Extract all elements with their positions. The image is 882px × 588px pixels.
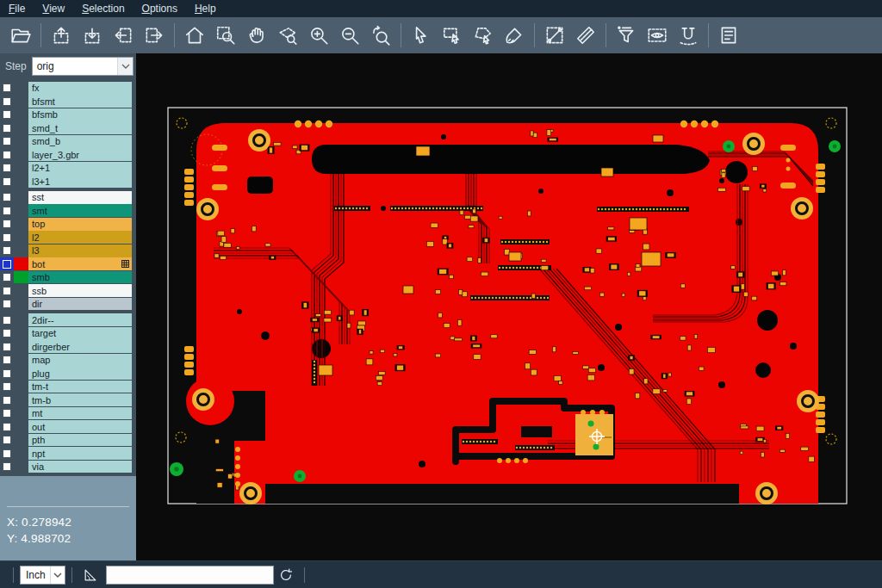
layer-label-fx[interactable]: fx xyxy=(28,82,132,95)
layer-checkbox-bfsmb[interactable] xyxy=(0,108,14,121)
layer-checkbox-dir[interactable] xyxy=(0,298,14,311)
layer-color-swatch[interactable] xyxy=(14,367,28,380)
layer-label-plug[interactable]: plug xyxy=(28,367,132,380)
layer-checkbox-l2+1[interactable] xyxy=(0,162,14,175)
layer-color-swatch[interactable] xyxy=(14,327,28,340)
menu-view[interactable]: View xyxy=(34,0,73,17)
layer-label-dir[interactable]: dir xyxy=(28,298,132,311)
layer-label-smb[interactable]: smb xyxy=(28,271,132,284)
layer-label-ssb[interactable]: ssb xyxy=(28,284,132,297)
layer-color-swatch[interactable] xyxy=(14,204,28,217)
import-up-button[interactable] xyxy=(46,20,77,51)
layer-label-sst[interactable]: sst xyxy=(28,191,132,204)
layer-color-swatch[interactable] xyxy=(14,148,28,161)
zoom-out-button[interactable] xyxy=(334,20,365,51)
layer-color-swatch[interactable] xyxy=(14,340,28,353)
layer-checkbox-smb[interactable] xyxy=(0,271,14,284)
menu-options[interactable]: Options xyxy=(134,0,186,17)
layer-checkbox-top[interactable] xyxy=(0,218,14,231)
layer-color-swatch[interactable] xyxy=(14,354,28,367)
refresh-button[interactable] xyxy=(274,563,298,587)
layer-color-swatch[interactable] xyxy=(14,231,28,244)
layer-checkbox-target[interactable] xyxy=(0,327,14,340)
layer-label-bfsmt[interactable]: bfsmt xyxy=(28,95,132,108)
zoom-in-button[interactable] xyxy=(303,20,334,51)
select-cursor-button[interactable] xyxy=(406,20,437,51)
layer-label-smd_b[interactable]: smd_b xyxy=(28,135,132,148)
layer-label-smd_t[interactable]: smd_t xyxy=(28,121,132,134)
ruler-button[interactable] xyxy=(570,20,601,51)
layer-checkbox-2dir--[interactable] xyxy=(0,313,14,326)
import-right-button[interactable] xyxy=(139,20,170,51)
layer-label-map[interactable]: map xyxy=(28,354,132,367)
layer-label-tm-t[interactable]: tm-t xyxy=(28,381,132,393)
layer-color-swatch[interactable] xyxy=(14,284,28,297)
layer-checkbox-ssb[interactable] xyxy=(0,284,14,297)
layer-checkbox-smt[interactable] xyxy=(0,204,14,217)
layer-label-pth[interactable]: pth xyxy=(28,434,132,447)
layer-checkbox-tm-t[interactable] xyxy=(0,381,14,393)
menu-help[interactable]: Help xyxy=(186,0,225,17)
layer-color-swatch[interactable] xyxy=(14,108,28,121)
command-input[interactable] xyxy=(106,566,274,585)
layer-color-swatch[interactable] xyxy=(14,298,28,311)
layer-color-swatch[interactable] xyxy=(14,434,28,447)
layer-checkbox-npt[interactable] xyxy=(0,447,14,460)
layer-color-swatch[interactable] xyxy=(14,271,28,284)
layer-checkbox-plug[interactable] xyxy=(0,367,14,380)
layer-checkbox-smd_b[interactable] xyxy=(0,135,14,148)
layer-color-swatch[interactable] xyxy=(14,381,28,393)
layer-checkbox-bfsmt[interactable] xyxy=(0,95,14,108)
highlight-eye-button[interactable] xyxy=(642,20,673,51)
layer-color-swatch[interactable] xyxy=(14,121,28,134)
layer-checkbox-layer_3.gbr[interactable] xyxy=(0,148,14,161)
layer-label-l2+1[interactable]: l2+1 xyxy=(28,162,132,175)
layer-label-dirgerber[interactable]: dirgerber xyxy=(28,340,132,353)
layer-checkbox-dirgerber[interactable] xyxy=(0,340,14,353)
layer-checkbox-l2[interactable] xyxy=(0,231,14,244)
layer-checkbox-sst[interactable] xyxy=(0,191,14,204)
pcb-canvas[interactable] xyxy=(136,53,882,560)
layer-label-tm-b[interactable]: tm-b xyxy=(28,393,132,406)
layer-color-swatch[interactable] xyxy=(14,393,28,406)
layer-label-l3+1[interactable]: l3+1 xyxy=(28,175,132,188)
layer-checkbox-l3[interactable] xyxy=(0,244,14,257)
layer-checkbox-mt[interactable] xyxy=(0,407,14,420)
units-select[interactable]: Inch xyxy=(20,566,65,585)
zoom-window-button[interactable] xyxy=(210,20,241,51)
layer-color-swatch[interactable] xyxy=(14,95,28,108)
menu-selection[interactable]: Selection xyxy=(73,0,133,17)
home-button[interactable] xyxy=(179,20,210,51)
step-select[interactable]: orig xyxy=(32,57,134,76)
angle-measure-icon[interactable] xyxy=(78,563,102,587)
layer-color-swatch[interactable] xyxy=(14,218,28,231)
layer-color-swatch[interactable] xyxy=(14,162,28,175)
layer-label-target[interactable]: target xyxy=(28,327,132,340)
layer-label-npt[interactable]: npt xyxy=(28,447,132,460)
import-left-button[interactable] xyxy=(108,20,139,51)
layer-label-2dir--[interactable]: 2dir-- xyxy=(28,313,132,326)
open-folder-button[interactable] xyxy=(5,20,36,51)
select-rect-button[interactable] xyxy=(437,20,468,51)
layer-color-swatch[interactable] xyxy=(14,244,28,257)
layer-label-l3[interactable]: l3 xyxy=(28,244,132,257)
layer-color-swatch[interactable] xyxy=(14,175,28,188)
import-down-button[interactable] xyxy=(77,20,108,51)
layer-label-layer_3.gbr[interactable]: layer_3.gbr xyxy=(28,148,132,161)
layer-checkbox-out[interactable] xyxy=(0,420,14,433)
zoom-previous-button[interactable] xyxy=(365,20,396,51)
layer-checkbox-via[interactable] xyxy=(0,461,14,473)
layer-label-via[interactable]: via xyxy=(28,461,132,473)
layer-color-swatch[interactable] xyxy=(14,420,28,433)
layer-checkbox-tm-b[interactable] xyxy=(0,393,14,406)
filter-button[interactable] xyxy=(611,20,642,51)
layer-label-l2[interactable]: l2 xyxy=(28,231,132,244)
layer-checkbox-fx[interactable] xyxy=(0,82,14,95)
layer-color-swatch[interactable] xyxy=(14,191,28,204)
layer-label-mt[interactable]: mt xyxy=(28,407,132,420)
layer-color-swatch[interactable] xyxy=(14,313,28,326)
pan-hand-button[interactable] xyxy=(241,20,272,51)
menu-file[interactable]: File xyxy=(0,0,34,17)
layer-color-swatch[interactable] xyxy=(14,82,28,95)
layer-color-swatch[interactable] xyxy=(14,135,28,148)
